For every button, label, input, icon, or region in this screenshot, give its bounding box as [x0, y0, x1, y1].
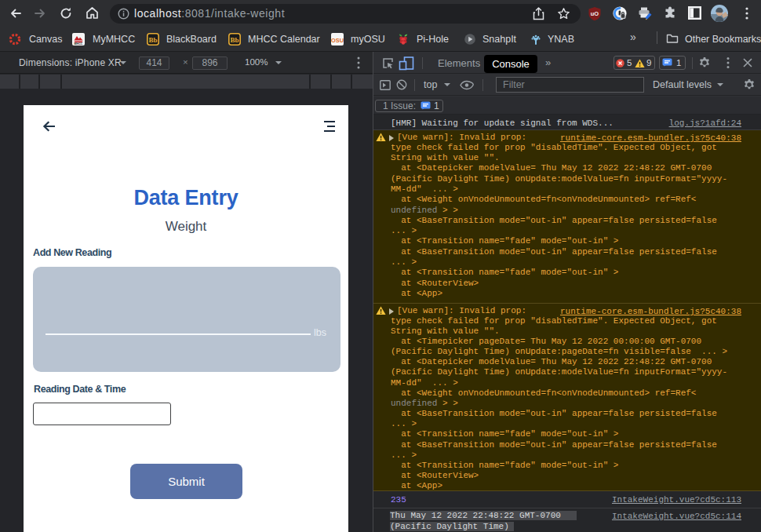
svg-text:Bb: Bb	[148, 36, 157, 44]
svg-text:OSU: OSU	[331, 37, 344, 44]
svg-text:MHCC: MHCC	[75, 42, 83, 46]
svg-text:Bb: Bb	[230, 36, 238, 44]
svg-text:uO: uO	[591, 10, 599, 17]
